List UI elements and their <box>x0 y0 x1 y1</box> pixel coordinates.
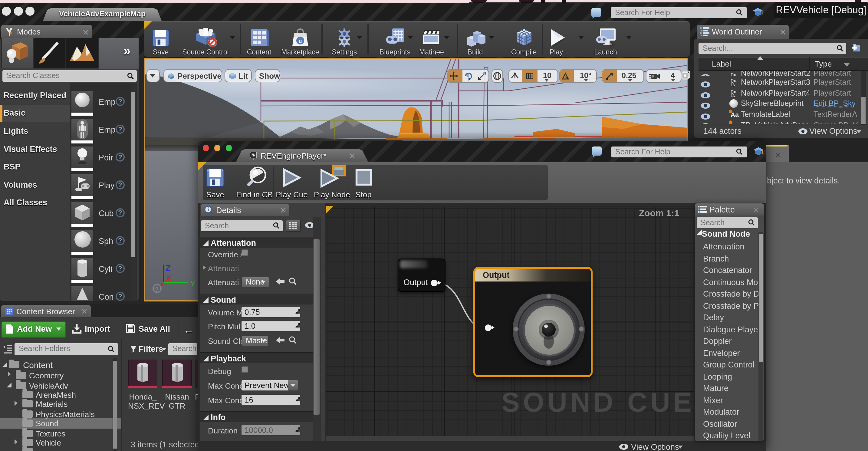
svg-text:Y: Y <box>190 279 195 288</box>
svg-text:u: u <box>299 38 302 44</box>
svg-text:Z: Z <box>165 263 170 272</box>
svg-text:i: i <box>207 206 209 212</box>
svg-text:X: X <box>165 274 171 283</box>
